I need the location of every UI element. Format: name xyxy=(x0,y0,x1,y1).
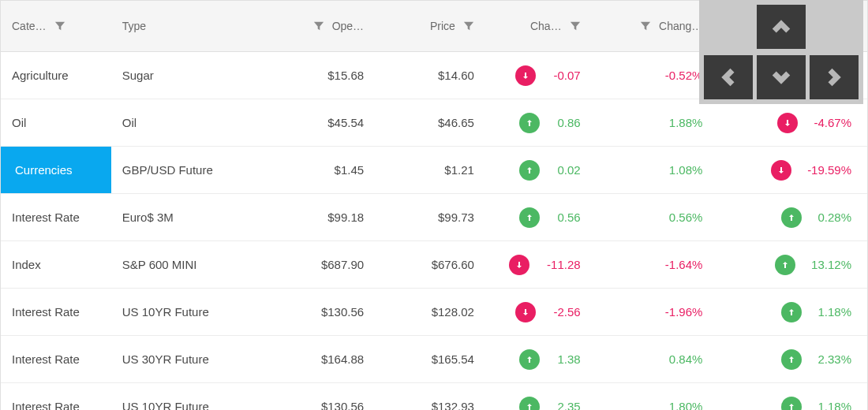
header-label: Cha… xyxy=(530,20,562,32)
cell-type[interactable]: US 10YR Future xyxy=(111,289,265,335)
change-value: 1.38 xyxy=(557,352,580,366)
nav-down-button[interactable] xyxy=(757,55,806,99)
cell-open[interactable]: $164.88 xyxy=(264,336,375,382)
cell-category[interactable]: Oil xyxy=(1,99,111,146)
cell-annual[interactable]: -19.59% xyxy=(713,147,867,193)
filter-icon[interactable] xyxy=(640,20,651,32)
annual-value: 13.12% xyxy=(811,258,851,271)
cell-annual[interactable]: 1.18% xyxy=(713,383,867,410)
cell-price[interactable]: $132.93 xyxy=(375,383,485,410)
table-row[interactable]: CurrenciesGBP/USD Future$1.45$1.210.021.… xyxy=(1,147,867,194)
table-row[interactable]: Interest RateEuro$ 3M$99.18$99.730.560.5… xyxy=(1,194,867,241)
header-price[interactable]: Price xyxy=(375,1,485,51)
arrow-up-icon xyxy=(781,207,802,228)
cell-annual[interactable]: 0.28% xyxy=(713,194,867,240)
cell-open[interactable]: $130.56 xyxy=(264,289,375,335)
cell-category[interactable]: Interest Rate xyxy=(1,289,111,335)
table-row[interactable]: IndexS&P 600 MINI$687.90$676.60-11.28-1.… xyxy=(1,241,867,289)
cell-changepct[interactable]: -1.64% xyxy=(592,241,714,288)
cell-annual[interactable]: 13.12% xyxy=(713,241,867,288)
cell-type[interactable]: S&P 600 MINI xyxy=(111,241,265,288)
header-changepct[interactable]: Chang… xyxy=(592,1,714,51)
cell-change[interactable]: -2.56 xyxy=(485,289,592,335)
cell-price[interactable]: $99.73 xyxy=(375,194,485,240)
cell-text: Euro$ 3M xyxy=(122,211,174,224)
cell-price[interactable]: $46.65 xyxy=(375,99,485,146)
cell-text: Currencies xyxy=(15,163,73,177)
header-label: Cate… xyxy=(12,20,47,32)
cell-changepct[interactable]: 0.56% xyxy=(592,194,714,240)
cell-category[interactable]: Interest Rate xyxy=(1,194,111,240)
cell-category[interactable]: Agriculture xyxy=(1,52,111,99)
nav-left-button[interactable] xyxy=(704,55,753,99)
cell-category[interactable]: Interest Rate xyxy=(1,383,111,410)
cell-open[interactable]: $687.90 xyxy=(264,241,375,288)
arrow-up-icon xyxy=(519,397,540,411)
cell-annual[interactable]: 1.18% xyxy=(713,289,867,335)
cell-open[interactable]: $1.45 xyxy=(264,147,375,193)
table-row[interactable]: Interest RateUS 30YR Future$164.88$165.5… xyxy=(1,336,867,383)
header-category[interactable]: Cate… xyxy=(1,1,111,51)
cell-open[interactable]: $45.54 xyxy=(264,99,375,146)
cell-text: $130.56 xyxy=(321,400,364,410)
cell-text: $687.90 xyxy=(321,258,364,271)
nav-up-button[interactable] xyxy=(757,5,806,49)
header-label: Chang… xyxy=(659,20,702,32)
cell-text: $165.54 xyxy=(432,352,474,366)
cell-type[interactable]: US 30YR Future xyxy=(111,336,265,382)
cell-changepct[interactable]: -0.52% xyxy=(592,52,714,99)
cell-open[interactable]: $15.68 xyxy=(264,52,375,99)
cell-type[interactable]: Oil xyxy=(111,99,265,146)
cell-type[interactable]: US 10YR Future xyxy=(111,383,265,410)
cell-type[interactable]: GBP/USD Future xyxy=(111,147,265,193)
header-change[interactable]: Cha… xyxy=(485,1,592,51)
filter-icon[interactable] xyxy=(463,20,474,32)
filter-icon[interactable] xyxy=(313,20,324,32)
nav-right-button[interactable] xyxy=(810,55,859,99)
cell-type[interactable]: Sugar xyxy=(111,52,265,99)
cell-text: $45.54 xyxy=(327,116,364,129)
cell-text: US 30YR Future xyxy=(122,352,209,366)
cell-category[interactable]: Index xyxy=(1,241,111,288)
cell-change[interactable]: 0.86 xyxy=(485,99,592,146)
cell-change[interactable]: -0.07 xyxy=(485,52,592,99)
cell-price[interactable]: $676.60 xyxy=(375,241,485,288)
cell-open[interactable]: $130.56 xyxy=(264,383,375,410)
annual-value: 2.33% xyxy=(817,352,851,366)
cell-change[interactable]: 0.56 xyxy=(485,194,592,240)
cell-changepct[interactable]: 1.08% xyxy=(592,147,714,193)
cell-price[interactable]: $165.54 xyxy=(375,336,485,382)
cell-change[interactable]: 2.35 xyxy=(485,383,592,410)
cell-changepct[interactable]: 1.80% xyxy=(592,383,714,410)
arrow-up-icon xyxy=(519,160,540,181)
cell-type[interactable]: Euro$ 3M xyxy=(111,194,265,240)
cell-text: $15.68 xyxy=(327,69,364,82)
table-row[interactable]: Interest RateUS 10YR Future$130.56$132.9… xyxy=(1,383,867,410)
arrow-up-icon xyxy=(519,349,540,370)
filter-icon[interactable] xyxy=(570,20,581,32)
table-row[interactable]: OilOil$45.54$46.650.861.88%-4.67% xyxy=(1,99,867,147)
cell-changepct[interactable]: 0.84% xyxy=(592,336,714,382)
arrow-up-icon xyxy=(519,207,540,228)
cell-change[interactable]: -11.28 xyxy=(485,241,592,288)
cell-text: $99.18 xyxy=(327,211,364,224)
cell-text: $1.45 xyxy=(335,163,365,177)
cell-annual[interactable]: 2.33% xyxy=(713,336,867,382)
cell-annual[interactable]: -4.67% xyxy=(713,99,867,146)
cell-change[interactable]: 1.38 xyxy=(485,336,592,382)
table-row[interactable]: Interest RateUS 10YR Future$130.56$128.0… xyxy=(1,289,867,336)
cell-open[interactable]: $99.18 xyxy=(264,194,375,240)
cell-price[interactable]: $128.02 xyxy=(375,289,485,335)
cell-changepct[interactable]: -1.96% xyxy=(592,289,714,335)
filter-icon[interactable] xyxy=(54,20,65,32)
header-type[interactable]: Type xyxy=(111,1,265,51)
header-label: Type xyxy=(122,20,146,32)
cell-price[interactable]: $14.60 xyxy=(375,52,485,99)
cell-category[interactable]: Interest Rate xyxy=(1,336,111,382)
cell-price[interactable]: $1.21 xyxy=(375,147,485,193)
change-value: -2.56 xyxy=(553,305,580,319)
cell-changepct[interactable]: 1.88% xyxy=(592,99,714,146)
header-open[interactable]: Ope… xyxy=(264,1,375,51)
cell-change[interactable]: 0.02 xyxy=(485,147,592,193)
cell-category[interactable]: Currencies xyxy=(1,147,111,193)
